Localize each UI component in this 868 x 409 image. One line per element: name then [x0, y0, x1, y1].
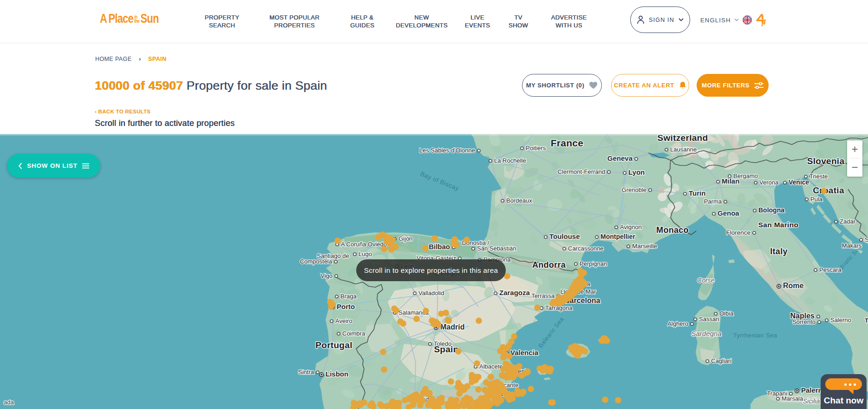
- svg-text:Sassari: Sassari: [699, 316, 719, 323]
- svg-text:Makars: Makars: [842, 242, 862, 249]
- svg-text:Les Sables-d'Olonne: Les Sables-d'Olonne: [419, 147, 475, 154]
- svg-text:San Sebastián: San Sebastián: [477, 245, 516, 252]
- svg-text:Corse: Corse: [697, 277, 715, 284]
- svg-text:Valladolid: Valladolid: [418, 290, 444, 297]
- svg-text:Lyon: Lyon: [628, 168, 645, 176]
- svg-text:Andorra: Andorra: [532, 260, 566, 270]
- svg-text:Portugal: Portugal: [315, 340, 352, 350]
- svg-text:Tyrrhenian Sea: Tyrrhenian Sea: [733, 332, 777, 339]
- svg-text:Pescara: Pescara: [819, 266, 842, 273]
- svg-text:Alghero: Alghero: [667, 320, 688, 327]
- svg-text:Carcassonne: Carcassonne: [568, 245, 604, 252]
- svg-text:France: France: [551, 138, 584, 148]
- svg-text:Coimbra: Coimbra: [342, 330, 365, 337]
- svg-text:Zadar: Zadar: [840, 218, 856, 225]
- svg-text:Grenoble: Grenoble: [622, 186, 646, 193]
- svg-text:A Coruña: A Coruña: [341, 241, 366, 248]
- svg-text:Braga: Braga: [340, 293, 357, 300]
- svg-text:Porto: Porto: [337, 303, 355, 310]
- svg-text:Croatia: Croatia: [813, 185, 844, 195]
- svg-text:Rome: Rome: [783, 282, 804, 290]
- svg-text:Poitiers: Poitiers: [526, 145, 546, 152]
- svg-text:Turin: Turin: [689, 189, 705, 197]
- svg-text:Lugo: Lugo: [359, 251, 372, 257]
- svg-text:Verona: Verona: [759, 179, 779, 186]
- svg-text:Compostela: Compostela: [300, 258, 333, 265]
- svg-text:San Marino: San Marino: [758, 221, 799, 229]
- svg-text:Slovenia: Slovenia: [807, 156, 845, 166]
- svg-text:Zaragoza: Zaragoza: [499, 289, 530, 297]
- svg-text:Montpellier: Montpellier: [600, 233, 635, 240]
- svg-text:Marseille: Marseille: [632, 243, 657, 250]
- svg-text:Florence: Florence: [726, 229, 751, 236]
- svg-text:Olbia: Olbia: [719, 310, 734, 317]
- svg-text:La Rochelle: La Rochelle: [494, 157, 526, 164]
- svg-text:Avignon: Avignon: [620, 224, 642, 231]
- svg-text:Marsala: Marsala: [782, 395, 803, 402]
- svg-text:Bilbao: Bilbao: [429, 243, 450, 251]
- svg-text:Parma: Parma: [704, 198, 722, 205]
- svg-text:Trieste: Trieste: [809, 173, 828, 180]
- svg-text:Bergamo: Bergamo: [733, 172, 758, 179]
- svg-text:Sintra: Sintra: [298, 369, 314, 376]
- svg-text:Albacete: Albacete: [479, 363, 503, 370]
- svg-text:Monaco: Monaco: [656, 225, 689, 235]
- svg-text:Madrid: Madrid: [440, 323, 464, 331]
- svg-text:Terrassa: Terrassa: [531, 292, 555, 299]
- svg-text:S: S: [865, 236, 868, 243]
- svg-text:Venice: Venice: [789, 178, 809, 186]
- svg-text:Clermont-Ferrand: Clermont-Ferrand: [557, 168, 605, 175]
- svg-text:Bologna: Bologna: [758, 206, 784, 214]
- svg-text:Aveiro: Aveiro: [335, 317, 352, 324]
- svg-text:Ta: Ta: [865, 317, 868, 324]
- svg-text:Italy: Italy: [770, 247, 788, 256]
- svg-text:Sorrento: Sorrento: [792, 318, 816, 325]
- svg-text:Sicilia: Sicilia: [803, 397, 820, 405]
- svg-text:Sardegna: Sardegna: [691, 330, 721, 337]
- svg-text:Cagliari: Cagliari: [711, 357, 731, 364]
- svg-text:ada: ada: [4, 399, 14, 406]
- svg-text:Bordeaux: Bordeaux: [506, 197, 532, 204]
- svg-text:Salerno: Salerno: [830, 317, 851, 323]
- svg-text:Gijón: Gijón: [398, 235, 412, 242]
- svg-text:Lausanne: Lausanne: [670, 146, 697, 153]
- svg-text:Pula: Pula: [810, 196, 823, 203]
- svg-text:Lisbon: Lisbon: [326, 370, 348, 378]
- svg-text:Geneva: Geneva: [607, 154, 633, 162]
- svg-text:Valencia: Valencia: [510, 349, 539, 356]
- svg-text:Genoa: Genoa: [718, 209, 739, 217]
- svg-text:Vigo: Vigo: [320, 272, 333, 279]
- svg-text:Spain: Spain: [434, 344, 458, 354]
- svg-text:Perpignan: Perpignan: [580, 260, 607, 267]
- svg-text:Toulouse: Toulouse: [549, 232, 580, 240]
